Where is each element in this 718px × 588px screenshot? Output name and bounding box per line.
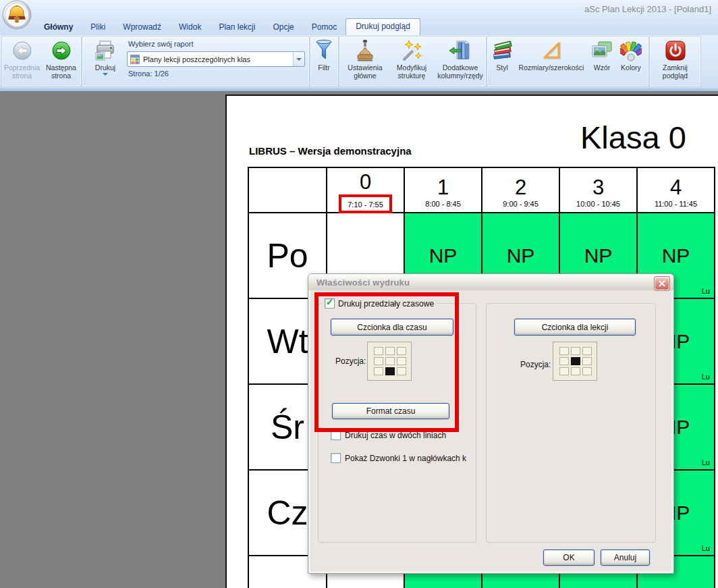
tab-widok[interactable]: Widok bbox=[170, 20, 210, 35]
report-combobox-dropdown[interactable] bbox=[293, 52, 304, 66]
period-number: 2 bbox=[515, 177, 526, 198]
position-cell[interactable] bbox=[571, 357, 580, 365]
printer-icon bbox=[94, 38, 117, 63]
lesson-corner-label: Lu bbox=[702, 458, 710, 466]
lesson-font-button[interactable]: Czcionka dla lekcji bbox=[514, 319, 636, 336]
lesson-position-grid bbox=[553, 342, 597, 381]
tab-pliki[interactable]: Pliki bbox=[82, 20, 114, 35]
period-time: 8:00 - 8:45 bbox=[425, 200, 461, 208]
filter-button[interactable]: Filtr bbox=[312, 38, 336, 72]
period-time: 9:00 - 9:45 bbox=[503, 200, 538, 208]
window-title: aSc Plan Lekcji 2013 - [Poland1] bbox=[584, 4, 711, 14]
report-combobox[interactable]: Plany lekcji poszczególnych klas bbox=[127, 51, 305, 67]
bells-checkbox[interactable] bbox=[331, 453, 341, 463]
lesson-corner-label: Lu bbox=[702, 373, 710, 381]
filter-icon bbox=[314, 38, 333, 63]
period-time: 7:10 - 7:55 bbox=[348, 201, 383, 209]
annotation-red-box bbox=[314, 292, 459, 432]
tab-glowny[interactable]: Główny bbox=[35, 20, 82, 35]
tab-plan-lekcji[interactable]: Plan lekcji bbox=[210, 20, 264, 35]
sizes-triangle-icon bbox=[541, 38, 562, 63]
bells-checkbox-label: Pokaż Dzwonki 1 w nagłówkach k bbox=[345, 454, 466, 463]
combo-arrow-icon bbox=[296, 58, 302, 61]
position-cell[interactable] bbox=[582, 347, 592, 355]
dialog-title-bar[interactable]: Właściwości wydruku bbox=[308, 274, 673, 290]
lesson-code: NP bbox=[507, 244, 535, 267]
ribbon-group-close: Zamknij podgląd bbox=[649, 36, 701, 87]
cancel-button[interactable]: Anuluj bbox=[601, 550, 650, 566]
prev-arrow-icon bbox=[12, 38, 32, 63]
report-type-icon bbox=[130, 55, 140, 64]
print-button[interactable]: Drukuj bbox=[88, 38, 123, 76]
sizes-button[interactable]: Rozmiary/szerokości bbox=[515, 38, 588, 72]
colors-label: Kolory bbox=[621, 63, 641, 72]
report-combobox-value: Plany lekcji poszczególnych klas bbox=[143, 55, 293, 63]
filter-label: Filtr bbox=[318, 63, 330, 72]
position-cell[interactable] bbox=[582, 367, 592, 375]
style-label: Styl bbox=[496, 63, 508, 72]
lesson-code: NP bbox=[429, 244, 458, 267]
bells-checkbox-row: Pokaż Dzwonki 1 w nagłówkach k bbox=[331, 453, 466, 463]
position-cell[interactable] bbox=[571, 347, 580, 355]
colors-palette-icon bbox=[620, 38, 642, 63]
period-header-2: 2 9:00 - 9:45 bbox=[482, 168, 560, 213]
page-status: Strona: 1/26 bbox=[128, 70, 169, 78]
page-title: Klasa 0 bbox=[580, 119, 686, 156]
pattern-button[interactable]: Wzór bbox=[588, 38, 616, 72]
lesson-code: NP bbox=[584, 244, 613, 267]
position-cell[interactable] bbox=[559, 367, 569, 375]
power-icon bbox=[665, 38, 686, 63]
colors-button[interactable]: Kolory bbox=[616, 38, 646, 72]
ribbon: Poprzednia strona Następna strona bbox=[0, 35, 718, 91]
asc-logo-icon[interactable]: aSc bbox=[1, 0, 32, 31]
app-window: aSc Plan Lekcji 2013 - [Poland1] aSc Głó… bbox=[0, 0, 718, 588]
period-header-4: 4 11:00 - 11:45 bbox=[638, 168, 715, 213]
extra-columns-label: Dodatkowe kolumny/rzędy bbox=[437, 63, 484, 80]
ribbon-group-style: Styl Rozmiary/szerokości bbox=[487, 36, 649, 87]
lesson-code: NP bbox=[662, 244, 690, 267]
svg-text:aSc: aSc bbox=[14, 16, 20, 20]
position-cell[interactable] bbox=[559, 357, 569, 365]
ribbon-group-navigation: Poprzednia strona Następna strona bbox=[1, 36, 82, 87]
print-dropdown-caret-icon bbox=[103, 73, 108, 76]
tab-wprowadz[interactable]: Wprowadź bbox=[114, 20, 170, 35]
position-cell[interactable] bbox=[582, 357, 592, 365]
tab-opcje[interactable]: Opcje bbox=[264, 20, 302, 35]
style-button[interactable]: Styl bbox=[489, 38, 515, 72]
extra-columns-button[interactable]: Dodatkowe kolumny/rzędy bbox=[437, 38, 484, 80]
period-time: 10:00 - 10:45 bbox=[576, 200, 620, 208]
annotation-time-highlight: 7:10 - 7:55 bbox=[339, 194, 392, 213]
style-books-icon bbox=[491, 38, 513, 63]
next-page-button[interactable]: Następna strona bbox=[42, 38, 80, 80]
dialog-title: Właściwości wydruku bbox=[316, 277, 410, 288]
position-cell[interactable] bbox=[571, 367, 580, 375]
tab-pomoc[interactable]: Pomoc bbox=[303, 20, 346, 35]
period-number: 4 bbox=[670, 177, 682, 198]
position-cell[interactable] bbox=[559, 347, 569, 355]
previous-page-button[interactable]: Poprzednia strona bbox=[3, 38, 41, 80]
title-bar: aSc Plan Lekcji 2013 - [Poland1] bbox=[0, 0, 718, 20]
lesson-corner-label: Lu bbox=[702, 544, 710, 552]
next-page-label: Następna strona bbox=[42, 63, 80, 80]
lesson-corner-label: Lu bbox=[702, 287, 710, 295]
period-header-0: 0 7:10 - 7:55 bbox=[327, 168, 405, 213]
close-preview-button[interactable]: Zamknij podgląd bbox=[652, 38, 698, 80]
tab-drukuj-podglad[interactable]: Drukuj podgląd bbox=[346, 18, 420, 35]
close-icon bbox=[659, 280, 665, 287]
period-header-1: 1 8:00 - 8:45 bbox=[405, 168, 482, 213]
ribbon-group-print: Drukuj Wybierz swój raport Plany lekcji … bbox=[82, 36, 310, 87]
period-number: 3 bbox=[592, 177, 604, 198]
main-settings-label: Ustawienia główne bbox=[343, 63, 387, 80]
ribbon-tab-strip: Główny Pliki Wprowadź Widok Plan lekcji … bbox=[0, 19, 718, 35]
magic-wand-icon bbox=[400, 38, 423, 63]
dialog-close-button[interactable] bbox=[655, 277, 669, 290]
period-time: 11:00 - 11:45 bbox=[655, 200, 697, 208]
main-settings-button[interactable]: Ustawienia główne bbox=[343, 38, 387, 80]
modify-structure-button[interactable]: Modyfikuj strukturę bbox=[388, 38, 435, 80]
report-picker-label: Wybierz swój raport bbox=[128, 40, 193, 48]
ok-button[interactable]: OK bbox=[543, 550, 595, 566]
ribbon-group-filter: Filtr bbox=[310, 36, 339, 87]
modify-structure-label: Modyfikuj strukturę bbox=[388, 63, 435, 80]
stamp-icon bbox=[354, 38, 376, 63]
extra-columns-icon bbox=[449, 38, 472, 63]
